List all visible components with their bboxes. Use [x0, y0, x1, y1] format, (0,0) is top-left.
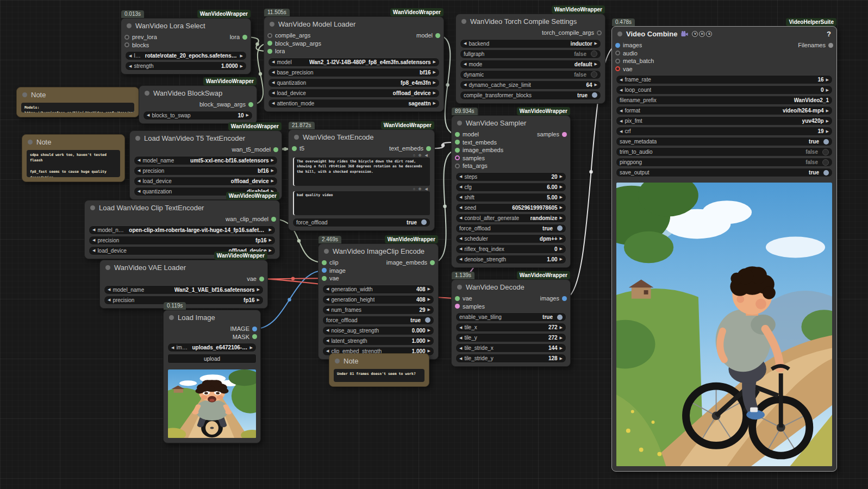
node-title-bar[interactable]: WanVideo Sampler	[452, 116, 570, 130]
increment-arrow-icon[interactable]: ▶	[560, 336, 563, 340]
node-title-bar[interactable]: Note	[329, 354, 429, 368]
decrement-arrow-icon[interactable]: ◀	[138, 168, 140, 173]
decrement-arrow-icon[interactable]: ◀	[459, 185, 462, 189]
decrement-arrow-icon[interactable]: ◀	[326, 349, 329, 353]
decrement-arrow-icon[interactable]: ◀	[620, 109, 622, 113]
increment-arrow-icon[interactable]: ▶	[560, 247, 563, 251]
decrement-arrow-icon[interactable]: ◀	[272, 80, 274, 85]
upload-button[interactable]: upload	[167, 354, 257, 363]
vae-input-slot[interactable]	[455, 296, 460, 301]
collapse-dot[interactable]	[294, 135, 299, 140]
increment-arrow-icon[interactable]: ▶	[595, 62, 597, 66]
vae-input-slot[interactable]	[322, 276, 327, 281]
increment-arrow-icon[interactable]: ▶	[428, 338, 430, 343]
load-wanvideo-clip-textencoder-node[interactable]: WanVideoWrapperLoad WanVideo Clip TextEn…	[84, 200, 280, 259]
decrement-arrow-icon[interactable]: ◀	[620, 129, 622, 134]
precision-widget[interactable]: ◀precisionfp16▶	[89, 236, 276, 245]
base_precision-widget[interactable]: ◀base_precisionbf16▶	[268, 68, 440, 77]
decrement-arrow-icon[interactable]: ◀	[326, 328, 329, 333]
decrement-arrow-icon[interactable]: ◀	[108, 298, 110, 302]
decrement-arrow-icon[interactable]: ◀	[459, 247, 462, 251]
IMAGE-output-slot[interactable]	[252, 327, 257, 331]
wanvideo-sampler-node[interactable]: 89.934sWanVideoWrapperWanVideo Samplermo…	[451, 115, 571, 268]
decrement-arrow-icon[interactable]: ◀	[129, 64, 132, 68]
decrement-arrow-icon[interactable]: ◀	[464, 83, 466, 87]
tile_x-widget[interactable]: ◀tile_x272▶	[455, 323, 566, 332]
increment-arrow-icon[interactable]: ▶	[257, 287, 260, 292]
wanvideo-blockswap-node[interactable]: WanVideoWrapperWanVideo BlockSwapblock_s…	[139, 85, 257, 124]
tile_stride_y-widget[interactable]: ◀tile_stride_y128▶	[455, 354, 566, 363]
link-midpoint-dot[interactable]	[283, 147, 286, 151]
negative-prompt-textarea[interactable]: bad quality video	[293, 191, 430, 215]
decrement-arrow-icon[interactable]: ◀	[459, 257, 462, 261]
node-title-bar[interactable]: Load WanVideo Clip TextEncoder	[85, 200, 279, 215]
text_embeds-output-slot[interactable]	[426, 146, 431, 151]
load_device-widget[interactable]: ◀load_deviceoffload_device▶	[268, 89, 440, 98]
load-image-node[interactable]: 0.119sLoad ImageIMAGEMASK◀imageuploads_e…	[163, 310, 261, 443]
node-title-bar[interactable]: WanVideo Decode	[452, 280, 570, 294]
toggle-indicator[interactable]	[591, 51, 597, 57]
force_offload-widget[interactable]: force_offloadtrue	[455, 224, 566, 233]
node-title-bar[interactable]: WanVideo Lora Select	[121, 18, 251, 33]
compile_args-input-slot[interactable]	[267, 33, 272, 38]
decrement-arrow-icon[interactable]: ◀	[129, 54, 132, 58]
increment-arrow-icon[interactable]: ▶	[240, 64, 243, 68]
model_name-widget[interactable]: ◀model_nameopen-clip-xlm-roberta-large-v…	[89, 225, 276, 235]
increment-arrow-icon[interactable]: ▶	[269, 238, 272, 242]
video-combine-node[interactable]: 0.478sVideoHelperSuiteVideo CombineVHS?i…	[611, 26, 837, 472]
filename_prefix-widget[interactable]: filename_prefixWanVideo2_1	[616, 96, 833, 105]
toggle-indicator[interactable]	[823, 170, 829, 175]
link-wire[interactable]	[262, 278, 324, 279]
increment-arrow-icon[interactable]: ▶	[826, 119, 829, 123]
compile_transformer_blocks-widget[interactable]: compile_transformer_blockstrue	[460, 91, 601, 100]
collapse-dot[interactable]	[127, 23, 132, 28]
increment-arrow-icon[interactable]: ▶	[428, 349, 430, 353]
wanvideo-model-loader-node[interactable]: 11.505sWanVideoWrapperWanVideo Model Loa…	[264, 16, 444, 112]
wanvideo-vae-loader-node[interactable]: WanVideoWrapperWanVideo VAE Loadervae◀mo…	[99, 260, 268, 309]
frame_rate-widget[interactable]: ◀frame_rate16▶	[616, 75, 833, 84]
collapse-dot[interactable]	[90, 205, 95, 210]
decrement-arrow-icon[interactable]: ◀	[459, 336, 462, 340]
link-midpoint-dot[interactable]	[297, 239, 301, 242]
increment-arrow-icon[interactable]: ▶	[560, 195, 563, 199]
load_device-widget[interactable]: ◀load_deviceoffload_device▶	[134, 177, 278, 186]
prev_lora-input-slot[interactable]	[124, 35, 129, 40]
increment-arrow-icon[interactable]: ▶	[269, 248, 272, 253]
link-midpoint-dot[interactable]	[255, 42, 259, 46]
decrement-arrow-icon[interactable]: ◀	[620, 119, 622, 123]
denoise_strength-widget[interactable]: ◀denoise_strength1.00▶	[455, 255, 566, 264]
collapse-dot[interactable]	[28, 140, 33, 145]
node-title-bar[interactable]: WanVideo Torch Compile Settings	[456, 14, 605, 28]
link-midpoint-dot[interactable]	[443, 205, 446, 208]
collapse-dot[interactable]	[22, 92, 27, 97]
image-widget[interactable]: ◀imageuploads_e6472106-4e...▶	[167, 343, 257, 352]
backend-widget[interactable]: ◀backendinductor▶	[460, 39, 601, 48]
decrement-arrow-icon[interactable]: ◀	[459, 346, 462, 350]
generation_width-widget[interactable]: ◀generation_width408▶	[322, 285, 434, 294]
collapse-dot[interactable]	[135, 136, 140, 141]
text_embeds-input-slot[interactable]	[455, 140, 460, 145]
increment-arrow-icon[interactable]: ▶	[595, 83, 597, 87]
samples-input-slot[interactable]	[455, 304, 460, 309]
cfg-widget[interactable]: ◀cfg6.00▶	[455, 183, 566, 192]
wan_clip_model-output-slot[interactable]	[271, 217, 276, 222]
increment-arrow-icon[interactable]: ▶	[560, 174, 563, 179]
MASK-output-slot[interactable]	[252, 334, 257, 339]
collapse-dot[interactable]	[617, 32, 622, 36]
increment-arrow-icon[interactable]: ▶	[428, 287, 430, 291]
strength-widget[interactable]: ◀strength1.0000▶	[125, 61, 247, 71]
force_offload-widget[interactable]: force_offloadtrue	[292, 218, 430, 227]
increment-arrow-icon[interactable]: ▶	[433, 91, 436, 95]
decrement-arrow-icon[interactable]: ◀	[272, 91, 274, 95]
load-wanvideo-t5-textencoder-node[interactable]: WanVideoWrapperLoad WanVideo T5 TextEnco…	[129, 130, 282, 200]
images-input-slot[interactable]	[615, 43, 620, 48]
decrement-arrow-icon[interactable]: ◀	[92, 248, 95, 253]
precision-widget[interactable]: ◀precisionbf16▶	[134, 166, 278, 175]
decrement-arrow-icon[interactable]: ◀	[459, 236, 462, 241]
pingpong-widget[interactable]: pingpongfalse	[616, 158, 833, 167]
increment-arrow-icon[interactable]: ▶	[560, 216, 563, 220]
feta_args-input-slot[interactable]	[455, 164, 460, 168]
node-title-bar[interactable]: Load WanVideo T5 TextEncoder	[130, 131, 282, 145]
collapse-dot[interactable]	[324, 249, 329, 254]
decrement-arrow-icon[interactable]: ◀	[459, 356, 462, 361]
